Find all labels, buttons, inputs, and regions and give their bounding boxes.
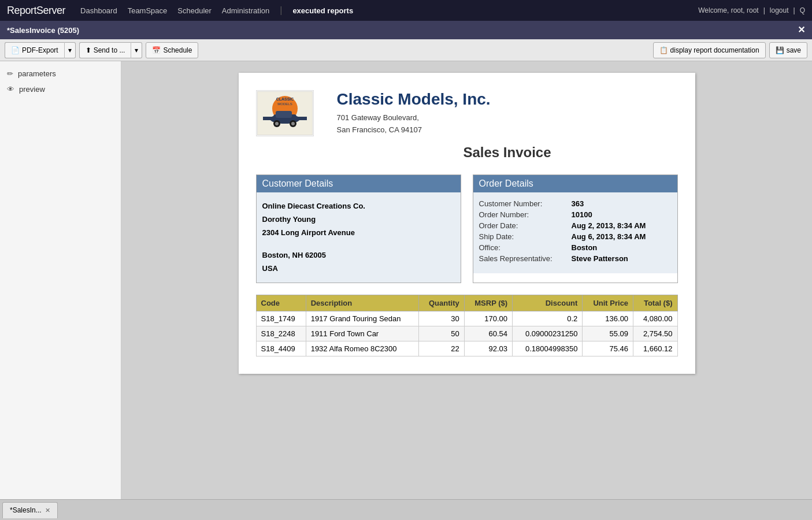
order-field-row: Sales Representative:Steve Patterson — [479, 254, 672, 263]
window-title-bar: *SalesInvoice (5205) ✕ — [0, 21, 812, 39]
schedule-button[interactable]: 📅 Schedule — [146, 42, 198, 58]
sidebar-item-parameters[interactable]: ✏ parameters — [0, 66, 121, 81]
order-label: Order Number: — [479, 210, 572, 219]
preview-label: preview — [19, 85, 45, 94]
order-details-header: Order Details — [473, 175, 677, 192]
svg-text:CLASSIC: CLASSIC — [276, 97, 294, 101]
svg-point-9 — [291, 122, 295, 125]
invoice-title: Sales Invoice — [337, 144, 678, 161]
order-label: Sales Representative: — [479, 254, 572, 263]
table-row: S18_44091932 Alfa Romeo 8C23002292.030.1… — [256, 341, 677, 356]
display-doc-label: display report documentation — [670, 46, 759, 54]
toolbar: 📄 PDF-Export ▾ ⬆ Send to ... ▾ 📅 Schedul… — [0, 39, 812, 61]
tab-close-button[interactable]: ✕ — [45, 507, 50, 514]
nav-sep2: | — [763, 6, 765, 14]
send-to-dropdown[interactable]: ▾ — [131, 42, 142, 58]
welcome-text: Welcome, root, root — [698, 6, 758, 14]
company-name: Classic Models, Inc. — [337, 90, 678, 109]
svg-point-7 — [275, 122, 279, 125]
order-field-row: Customer Number:363 — [479, 199, 672, 208]
main-layout: ✏ parameters 👁 preview — [0, 61, 812, 499]
company-address: 701 Gateway Boulevard, San Francisco, CA… — [337, 112, 678, 136]
toolbar-right: 📋 display report documentation 💾 save — [653, 42, 807, 58]
executed-reports-label: executed reports — [292, 6, 353, 15]
svg-text:MODELS: MODELS — [277, 102, 292, 106]
order-value: Aug 2, 2013, 8:34 AM — [572, 221, 646, 230]
report-header: CLASSIC MODELS Classic Models, Inc. 701 … — [256, 90, 678, 161]
customer-contact: Dorothy Young — [262, 213, 455, 226]
customer-street: 2304 Long Airport Avenue — [262, 226, 455, 239]
table-header-row: Code Description Quantity MSRP ($) Disco… — [256, 295, 677, 311]
send-to-group: ⬆ Send to ... ▾ — [79, 42, 143, 58]
address-line1: 701 Gateway Boulevard, — [337, 113, 419, 122]
col-description: Description — [306, 295, 418, 311]
company-logo: CLASSIC MODELS — [256, 90, 314, 136]
order-details-box: Order Details Customer Number:363Order N… — [473, 174, 678, 283]
content-area[interactable]: CLASSIC MODELS Classic Models, Inc. 701 … — [121, 61, 812, 499]
order-details-body: Customer Number:363Order Number:10100Ord… — [473, 192, 677, 273]
logo-light: Server — [36, 5, 65, 16]
address-line2: San Francisco, CA 94107 — [337, 125, 422, 134]
upload-icon: ⬆ — [86, 46, 91, 54]
send-to-button[interactable]: ⬆ Send to ... — [79, 42, 131, 58]
app-logo: ReportServer — [7, 5, 65, 17]
order-value: 363 — [572, 199, 584, 208]
order-field-row: Order Date:Aug 2, 2013, 8:34 AM — [479, 221, 672, 230]
order-value: Boston — [572, 243, 598, 252]
tab-bar: *SalesIn... ✕ — [0, 499, 812, 520]
nav-separator: | — [280, 5, 282, 16]
pdf-export-dropdown[interactable]: ▾ — [64, 42, 76, 58]
customer-details-header: Customer Details — [257, 175, 461, 192]
order-label: Ship Date: — [479, 232, 572, 241]
order-value: 10100 — [572, 210, 592, 219]
display-doc-button[interactable]: 📋 display report documentation — [653, 42, 766, 58]
company-info: Classic Models, Inc. 701 Gateway Bouleva… — [325, 90, 678, 161]
svg-rect-5 — [276, 111, 292, 118]
parameters-label: parameters — [18, 69, 56, 78]
nav-right: Welcome, root, root | logout | Q — [698, 6, 805, 14]
logo-bold: Report — [7, 5, 36, 16]
order-label: Order Date: — [479, 221, 572, 230]
save-icon: 💾 — [776, 46, 784, 54]
col-code: Code — [256, 295, 306, 311]
sidebar: ✏ parameters 👁 preview — [0, 61, 121, 499]
send-to-label: Send to ... — [94, 46, 125, 54]
customer-details-body: Online Diecast Creations Co. Dorothy You… — [257, 192, 461, 283]
schedule-label: Schedule — [163, 46, 192, 54]
details-row: Customer Details Online Diecast Creation… — [256, 174, 678, 283]
order-value: Steve Patterson — [572, 254, 628, 263]
close-button[interactable]: ✕ — [798, 25, 805, 35]
nav-administration[interactable]: Administration — [222, 6, 269, 15]
calendar-icon: 📅 — [152, 46, 161, 54]
customer-country: USA — [262, 262, 455, 275]
order-field-row: Order Number:10100 — [479, 210, 672, 219]
logout-link[interactable]: logout — [770, 6, 789, 14]
report-page: CLASSIC MODELS Classic Models, Inc. 701 … — [239, 73, 695, 374]
q-icon: Q — [800, 6, 805, 14]
tab-label: *SalesIn... — [10, 506, 42, 514]
col-unit-price: Unit Price — [583, 295, 633, 311]
sales-invoice-tab[interactable]: *SalesIn... ✕ — [2, 502, 58, 518]
pdf-export-label: PDF-Export — [22, 46, 58, 54]
table-header: Code Description Quantity MSRP ($) Disco… — [256, 295, 677, 311]
customer-city: Boston, NH 62005 — [262, 248, 455, 262]
pdf-export-group: 📄 PDF-Export ▾ — [5, 42, 76, 58]
invoice-table: Code Description Quantity MSRP ($) Disco… — [256, 295, 678, 356]
order-label: Customer Number: — [479, 199, 572, 208]
customer-company-name: Online Diecast Creations Co. — [262, 199, 455, 213]
nav-scheduler[interactable]: Scheduler — [177, 6, 212, 15]
col-quantity: Quantity — [418, 295, 464, 311]
order-label: Office: — [479, 243, 572, 252]
nav-dashboard[interactable]: Dashboard — [80, 6, 117, 15]
pdf-export-button[interactable]: 📄 PDF-Export — [5, 42, 64, 58]
pdf-icon: 📄 — [11, 46, 20, 54]
nav-teamspace[interactable]: TeamSpace — [128, 6, 168, 15]
save-button[interactable]: 💾 save — [769, 42, 807, 58]
edit-icon: ✏ — [7, 69, 13, 78]
col-total: Total ($) — [633, 295, 677, 311]
nav-sep3: | — [794, 6, 795, 14]
table-row: S18_17491917 Grand Touring Sedan30170.00… — [256, 311, 677, 326]
order-field-row: Ship Date:Aug 6, 2013, 8:34 AM — [479, 232, 672, 241]
sidebar-item-preview[interactable]: 👁 preview — [0, 81, 121, 97]
customer-details-box: Customer Details Online Diecast Creation… — [256, 174, 461, 283]
